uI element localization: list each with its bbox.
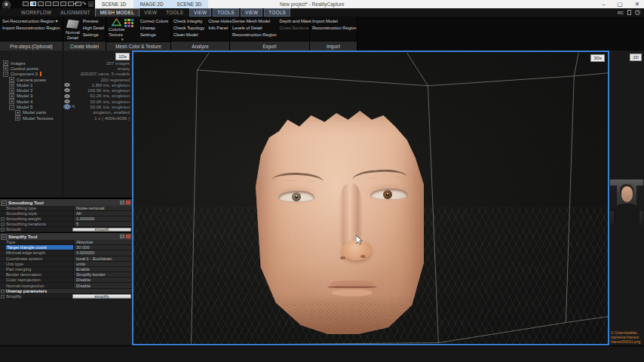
pin-icon[interactable]: + [88, 2, 94, 7]
gutter-icon[interactable] [1, 222, 5, 226]
property-value[interactable]: 1.000000 [73, 216, 132, 221]
panel-options-button[interactable] [120, 201, 124, 204]
property-value[interactable]: Absolute [73, 240, 132, 244]
eye-icon[interactable] [64, 100, 70, 103]
close-button[interactable]: ✕ [635, 0, 639, 8]
ribbon-button[interactable]: Import Model [312, 18, 357, 25]
panel-close-button[interactable] [126, 235, 130, 238]
ribbon-button[interactable]: Info Panel [208, 25, 232, 32]
ribbon-button[interactable]: Settings [140, 32, 168, 38]
property-value[interactable]: simplify [72, 294, 131, 298]
ribbon-button[interactable]: Check Topology [173, 25, 204, 32]
tree-row[interactable]: + Model Textures 1 x ( 4096x4096 ) [0, 115, 132, 121]
property-value[interactable]: units [73, 262, 132, 266]
menu-item[interactable]: TOOLS [161, 9, 188, 17]
pane-badge-1ds[interactable]: 1Ds [115, 53, 130, 60]
gutter-icon[interactable] [1, 290, 5, 293]
tree-row[interactable]: + Model 3 92.2K tris, singleton [0, 94, 132, 99]
tree-row[interactable]: + Camera poses 203 registered [0, 77, 132, 82]
expander-icon[interactable]: + [3, 66, 8, 71]
ribbon-button[interactable]: Dense Mesh Model [232, 18, 277, 25]
ribbon-button[interactable]: Set Reconstruction Region ▾ [2, 18, 60, 25]
property-value[interactable]: 30 000 [73, 245, 132, 250]
ribbon-button[interactable]: High Detail [83, 25, 104, 32]
layout-icon[interactable] [38, 2, 44, 6]
expander-icon[interactable]: + [3, 60, 8, 66]
expander-icon[interactable]: + [15, 115, 20, 121]
ribbon-button[interactable]: Close Holes [208, 18, 232, 25]
property-value[interactable]: 0.000000 [73, 250, 132, 255]
property-value[interactable]: local:1 - Euclidean [73, 256, 132, 261]
expander-icon[interactable]: + [15, 110, 20, 115]
rc-news-icon[interactable]: RC [618, 11, 624, 15]
gutter-icon[interactable] [1, 217, 5, 221]
redo-button[interactable]: ↷ [81, 0, 87, 8]
view-tab[interactable]: IMAGE 2D [133, 0, 170, 8]
tree-row[interactable]: + Model parts singleton, enabled [0, 110, 132, 115]
layout-icon[interactable] [23, 2, 29, 6]
property-value[interactable]: Simplify border [73, 272, 132, 277]
property-value[interactable]: Noise-removal [73, 206, 132, 210]
tree-row[interactable]: + Model 1 1.8M tris, singleton [0, 82, 132, 87]
view-tab[interactable]: SCENE 3D [170, 0, 209, 8]
document-icon[interactable] [627, 10, 631, 15]
gutter-icon[interactable] [1, 228, 5, 232]
property-value[interactable]: 5 [73, 222, 132, 226]
normal-detail-button[interactable]: Normal Detail [66, 18, 80, 41]
menu-item[interactable]: ALIGNMENT [56, 9, 94, 17]
layout-icon[interactable] [68, 2, 74, 6]
simplify-tool-header[interactable]: − Simplify Tool [0, 232, 132, 240]
ribbon-button[interactable]: Reconstruction Region [232, 32, 277, 38]
scene-3d-viewport[interactable]: 3Ds [132, 51, 609, 345]
expander-icon[interactable]: + [9, 82, 14, 87]
expander-icon[interactable]: + [9, 99, 14, 104]
property-value[interactable]: smooth [72, 228, 131, 232]
menu-item[interactable]: TOOLS [213, 8, 239, 17]
eye-icon[interactable] [64, 105, 70, 109]
help-icon[interactable]: ? [635, 10, 640, 15]
panel-close-button[interactable] [126, 201, 130, 204]
expander-icon[interactable]: + [9, 88, 14, 94]
source-photo-thumbnail[interactable] [610, 179, 643, 225]
menu-item[interactable]: MESH MODEL [95, 8, 140, 17]
maximize-button[interactable]: ▢ [618, 0, 623, 8]
tree-row[interactable]: + Model 4 30.0K tris, singleton [0, 99, 132, 104]
menu-item[interactable]: VIEW [140, 9, 161, 17]
property-value[interactable]: Disable [73, 283, 132, 287]
ribbon-button[interactable]: Reconstruction Region [312, 25, 357, 32]
ribbon-button[interactable]: Import Reconstruction Region [2, 25, 60, 32]
ribbon-button[interactable]: Unwrap [140, 25, 168, 32]
pane-badge-3ds[interactable]: 3Ds [590, 54, 605, 62]
property-value[interactable]: All [73, 211, 132, 216]
colorize-texture-button[interactable]: Colorize Texture ▾ [109, 18, 136, 41]
gutter-icon[interactable] [1, 295, 5, 299]
ribbon-button[interactable]: Correct Colors [140, 18, 168, 25]
property-value[interactable]: Disable [73, 278, 132, 282]
expander-icon[interactable]: + [9, 77, 14, 82]
expander-icon[interactable]: − [3, 72, 8, 77]
undo-button[interactable]: ↶ [74, 0, 79, 8]
eye-icon[interactable] [64, 88, 70, 92]
ribbon-button[interactable]: Preview [83, 18, 104, 25]
menu-item[interactable]: WORKFLOW [17, 9, 56, 17]
layout-icon-selected[interactable] [30, 2, 36, 6]
property-value[interactable]: Enable [73, 267, 132, 272]
ribbon-button[interactable]: Settings [83, 32, 104, 38]
tree-row[interactable]: − Model 5 30.0K tris, singleton [0, 104, 132, 109]
expander-icon[interactable]: − [9, 105, 14, 110]
eye-icon[interactable] [64, 94, 70, 98]
ribbon-button[interactable]: Check Integrity [173, 18, 204, 25]
layout-icon[interactable] [60, 2, 66, 6]
tree-row[interactable]: + Images 207 images [0, 60, 132, 66]
menu-item[interactable]: TOOLS [264, 8, 290, 17]
ribbon-button[interactable]: Depth and Mask [280, 18, 311, 25]
menu-item[interactable]: VIEW [241, 8, 262, 17]
pane-badge-2d[interactable]: 2D [630, 54, 642, 61]
layout-icon[interactable] [53, 2, 59, 6]
ribbon-button[interactable]: Cross Sections [280, 25, 311, 32]
layout-icon[interactable] [45, 2, 51, 6]
tree-row[interactable]: − Component 0 203/207 cams, 5 models [0, 72, 132, 77]
panel-options-button[interactable] [120, 235, 124, 238]
smoothing-tool-header[interactable]: − Smoothing Tool [0, 198, 132, 206]
minimize-button[interactable]: – [602, 0, 605, 8]
